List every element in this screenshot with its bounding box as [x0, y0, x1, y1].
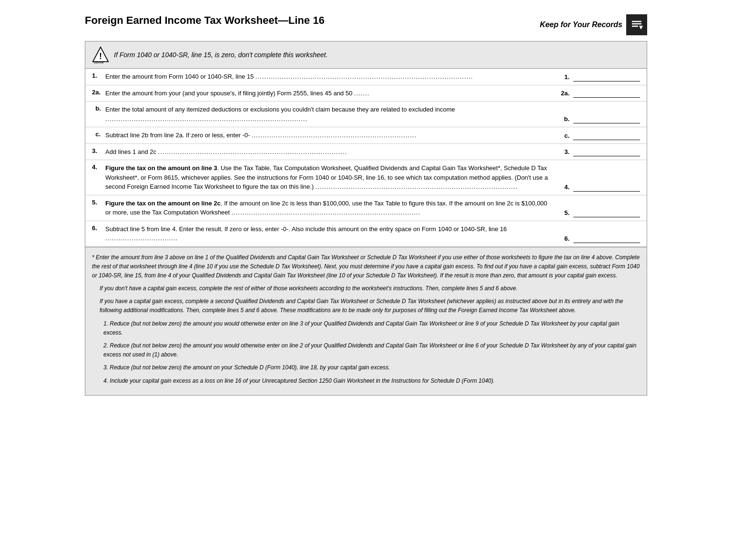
footnote-p3: If you have a capital gain excess, compl…: [100, 297, 640, 315]
line4-input-area: 4.: [558, 163, 640, 192]
header-row: Foreign Earned Income Tax Worksheet—Line…: [85, 14, 647, 35]
keep-records-section: Keep for Your Records: [540, 14, 647, 35]
caution-triangle-icon: ! CAUTION: [92, 46, 109, 63]
line2a-input[interactable]: [573, 97, 640, 98]
line5-num: 5.: [558, 209, 569, 216]
svg-text:CAUTION: CAUTION: [94, 61, 104, 63]
footnote-item4: 4. Include your capital gain excess as a…: [103, 377, 640, 386]
line2c-text: Subtract line 2b from line 2a. If zero o…: [105, 131, 558, 140]
keep-records-icon: [626, 14, 647, 35]
page-title: Foreign Earned Income Tax Worksheet—Line…: [85, 14, 325, 27]
line3-input[interactable]: [573, 156, 640, 156]
line1-input-area: 1.: [558, 72, 640, 81]
line2b-input-area: b.: [558, 105, 640, 123]
footnote-item2: 2. Reduce (but not below zero) the amoun…: [103, 341, 640, 359]
line1-text: Enter the amount from Form 1040 or 1040-…: [105, 72, 558, 81]
line6-input[interactable]: [573, 243, 640, 243]
line2b-label: b.: [92, 105, 105, 123]
line6-num: 6.: [558, 235, 569, 242]
footnote-section: * Enter the amount from line 3 above on …: [85, 247, 647, 395]
caution-row: ! CAUTION If Form 1040 or 1040-SR, line …: [85, 41, 647, 69]
line-row-5: 5. Figure the tax on the amount on line …: [85, 195, 647, 221]
line1-input[interactable]: [573, 81, 640, 81]
line-row-2b: b. Enter the total amount of any itemize…: [85, 102, 647, 127]
line4-num: 4.: [558, 183, 569, 191]
line3-input-area: 3.: [558, 147, 640, 157]
line2b-input[interactable]: [573, 123, 640, 123]
line1-num: 1.: [558, 73, 569, 81]
keep-records-label: Keep for Your Records: [540, 20, 622, 29]
footnote-p1: * Enter the amount from line 3 above on …: [92, 253, 640, 281]
line6-text: Subtract line 5 from line 4. Enter the r…: [105, 224, 558, 243]
line4-input[interactable]: [573, 191, 640, 192]
line3-num: 3.: [558, 148, 569, 155]
line2a-input-area: 2a.: [558, 89, 640, 98]
line-row-6: 6. Subtract line 5 from line 4. Enter th…: [85, 221, 647, 247]
line-row-3: 3. Add lines 1 and 2c ..................…: [85, 144, 647, 161]
svg-text:!: !: [99, 51, 102, 61]
line5-text: Figure the tax on the amount on line 2c.…: [105, 199, 558, 217]
line2a-text: Enter the amount from your (and your spo…: [105, 89, 558, 98]
line5-input[interactable]: [573, 217, 640, 217]
line6-input-area: 6.: [558, 224, 640, 243]
footnote-p2: If you don't have a capital gain excess,…: [100, 284, 640, 293]
line4-label: 4.: [92, 163, 105, 192]
line2b-text: Enter the total amount of any itemized d…: [105, 105, 558, 123]
line2c-label: c.: [92, 131, 105, 140]
line6-label: 6.: [92, 224, 105, 243]
line2b-num: b.: [558, 115, 569, 122]
line4-text: Figure the tax on the amount on line 3. …: [105, 163, 558, 192]
line2c-input-area: c.: [558, 131, 640, 140]
footnote-item3: 3. Reduce (but not below zero) the amoun…: [103, 363, 640, 372]
worksheet-body: ! CAUTION If Form 1040 or 1040-SR, line …: [85, 41, 647, 396]
svg-rect-0: [630, 18, 644, 32]
line3-text: Add lines 1 and 2c .....................…: [105, 147, 558, 157]
line2c-input[interactable]: [573, 140, 640, 140]
line-row-4: 4. Figure the tax on the amount on line …: [85, 160, 647, 195]
line-row-2c: c. Subtract line 2b from line 2a. If zer…: [85, 127, 647, 144]
line5-input-area: 5.: [558, 199, 640, 217]
line-row-1: 1. Enter the amount from Form 1040 or 10…: [85, 69, 647, 85]
caution-text: If Form 1040 or 1040-SR, line 15, is zer…: [114, 51, 328, 59]
page-wrapper: Foreign Earned Income Tax Worksheet—Line…: [85, 10, 647, 400]
footnote-item1: 1. Reduce (but not below zero) the amoun…: [103, 319, 640, 337]
line5-label: 5.: [92, 199, 105, 217]
line2c-num: c.: [558, 132, 569, 139]
line1-label: 1.: [92, 72, 105, 81]
line3-label: 3.: [92, 147, 105, 157]
line-row-2a: 2a. Enter the amount from your (and your…: [85, 85, 647, 102]
line2a-label: 2a.: [92, 89, 105, 98]
line2a-num: 2a.: [558, 90, 569, 97]
